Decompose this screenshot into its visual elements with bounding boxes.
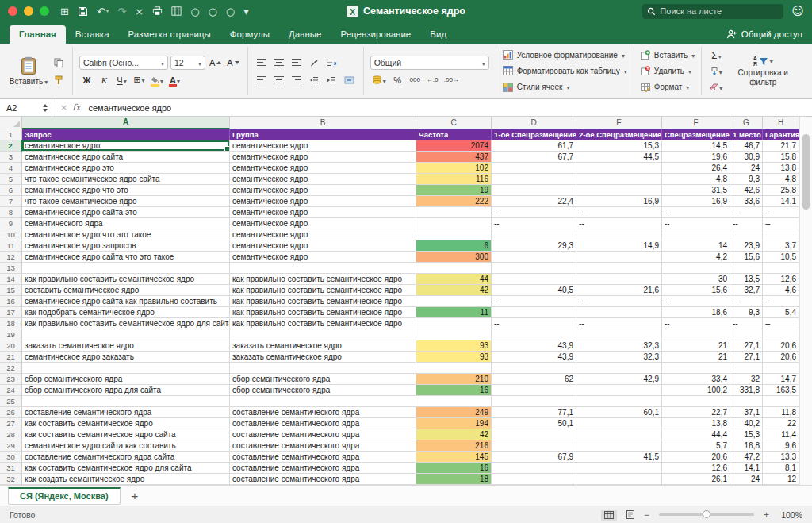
cell-H2[interactable]: 21,7 <box>763 140 799 152</box>
cell-B7[interactable]: семантическое ядро <box>230 196 416 207</box>
column-header-C[interactable]: C <box>416 117 492 129</box>
feedback-smiley-icon[interactable]: ☺ <box>791 6 804 17</box>
row-header-8[interactable]: 8 <box>0 207 22 218</box>
fill-color-button[interactable] <box>149 73 165 87</box>
cell-C10[interactable] <box>416 229 492 240</box>
cell-B22[interactable] <box>230 363 416 374</box>
cell-H16[interactable]: -- <box>763 296 799 307</box>
cell-G28[interactable]: 15,3 <box>730 429 763 440</box>
cell-B23[interactable]: сбор семантического ядра <box>230 374 416 385</box>
cell-F30[interactable]: 20,6 <box>662 452 730 463</box>
column-header-E[interactable]: E <box>576 117 662 129</box>
cell-H11[interactable]: 3,7 <box>763 240 799 252</box>
cell-H9[interactable]: -- <box>763 218 799 229</box>
cell-G30[interactable]: 47,2 <box>730 452 763 463</box>
cell-F2[interactable]: 14,5 <box>662 140 730 152</box>
cell-E7[interactable]: 16,9 <box>576 196 662 207</box>
cell-E25[interactable] <box>576 396 662 407</box>
cell-G15[interactable]: 32,7 <box>730 285 763 296</box>
cell-G10[interactable] <box>730 229 763 240</box>
merge-center-button[interactable] <box>342 73 357 87</box>
cell-F7[interactable]: 16,9 <box>662 196 730 207</box>
cell-C8[interactable] <box>416 207 492 218</box>
row-header-3[interactable]: 3 <box>0 152 22 163</box>
cell-C7[interactable]: 222 <box>416 196 492 207</box>
normal-view-button[interactable] <box>601 510 617 521</box>
cell-E24[interactable] <box>576 385 662 396</box>
circle-tool-icon[interactable]: ○ <box>190 6 199 17</box>
cell-G32[interactable]: 24 <box>730 474 763 485</box>
select-all-corner[interactable] <box>0 117 22 129</box>
cell-C25[interactable] <box>416 396 492 407</box>
sort-filter-button[interactable]: АЯ Сортировка и фильтр <box>729 56 797 87</box>
cell-D8[interactable]: -- <box>492 207 576 218</box>
align-bottom-button[interactable] <box>289 56 304 70</box>
cell-C19[interactable] <box>416 329 492 340</box>
cell-C30[interactable]: 145 <box>416 452 492 463</box>
cell-D6[interactable] <box>492 185 576 196</box>
cell-A5[interactable]: что такое семантическое ядро сайта <box>22 174 230 185</box>
cell-G16[interactable]: -- <box>730 296 763 307</box>
cell-H30[interactable]: 13,3 <box>763 452 799 463</box>
cell-G19[interactable] <box>730 329 763 340</box>
cell-C4[interactable]: 102 <box>416 163 492 174</box>
cell-D20[interactable]: 43,9 <box>492 340 576 352</box>
cell-D21[interactable]: 43,9 <box>492 352 576 363</box>
cell-A19[interactable] <box>22 329 230 340</box>
undo-icon[interactable]: ↶ <box>97 6 109 17</box>
align-center-button[interactable] <box>272 73 287 87</box>
cell-F18[interactable]: -- <box>662 318 730 329</box>
cell-G5[interactable]: 9,3 <box>730 174 763 185</box>
cell-E26[interactable]: 60,1 <box>576 407 662 418</box>
cell-C26[interactable]: 249 <box>416 407 492 418</box>
cell-A11[interactable]: семантическое ядро запросов <box>22 240 230 252</box>
cell-G4[interactable]: 24 <box>730 163 763 174</box>
cell-G18[interactable]: -- <box>730 318 763 329</box>
row-header-29[interactable]: 29 <box>0 440 22 452</box>
cell-B10[interactable]: семантическое ядро <box>230 229 416 240</box>
cell-B31[interactable]: составление семантического ядра <box>230 463 416 474</box>
cell-E29[interactable] <box>576 440 662 452</box>
italic-button[interactable]: К <box>97 73 112 87</box>
cell-B20[interactable]: заказать семантическое ядро <box>230 340 416 352</box>
cell-D23[interactable]: 62 <box>492 374 576 385</box>
cell-A28[interactable]: как составить семантическое ядро сайта <box>22 429 230 440</box>
cell-F8[interactable]: -- <box>662 207 730 218</box>
cell-A10[interactable]: семантическое ядро что это такое <box>22 229 230 240</box>
cell-C9[interactable] <box>416 218 492 229</box>
number-format-select[interactable]: Общий <box>370 56 489 70</box>
cell-F3[interactable]: 19,6 <box>662 152 730 163</box>
cell-A22[interactable] <box>22 363 230 374</box>
cell-B6[interactable]: семантическое ядро <box>230 185 416 196</box>
cell-G2[interactable]: 46,7 <box>730 140 763 152</box>
cell-G3[interactable]: 30,9 <box>730 152 763 163</box>
cell-F12[interactable]: 4,2 <box>662 252 730 263</box>
cell-D15[interactable]: 40,5 <box>492 285 576 296</box>
cell-C16[interactable] <box>416 296 492 307</box>
cell-A3[interactable]: семантическое ядро сайта <box>22 152 230 163</box>
cell-H15[interactable]: 4,6 <box>763 285 799 296</box>
cell-G12[interactable]: 15,6 <box>730 252 763 263</box>
cell-H26[interactable]: 11,8 <box>763 407 799 418</box>
cell-D25[interactable] <box>492 396 576 407</box>
print-icon[interactable] <box>152 6 163 16</box>
cell-G26[interactable]: 37,1 <box>730 407 763 418</box>
cell-A7[interactable]: что такое семантическое ядро <box>22 196 230 207</box>
header-cell-A1[interactable]: Запрос <box>22 129 230 140</box>
row-header-1[interactable]: 1 <box>0 129 22 140</box>
insert-cells-button[interactable]: Вставить <box>641 48 695 61</box>
cell-B21[interactable]: заказать семантическое ядро <box>230 352 416 363</box>
cell-B11[interactable]: семантическое ядро <box>230 240 416 252</box>
circle-tool-icon[interactable]: ○ <box>208 6 216 17</box>
cell-D10[interactable] <box>492 229 576 240</box>
wrap-text-button[interactable] <box>324 56 339 70</box>
format-cells-button[interactable]: Формат <box>641 81 695 94</box>
customize-toolbar-icon[interactable]: ▾ <box>243 6 249 17</box>
cell-G24[interactable]: 331,8 <box>730 385 763 396</box>
cell-H32[interactable]: 12 <box>763 474 799 485</box>
cell-F21[interactable]: 21 <box>662 352 730 363</box>
cell-D14[interactable] <box>492 274 576 285</box>
tab-вид[interactable]: Вид <box>420 25 456 44</box>
cell-G7[interactable]: 33,6 <box>730 196 763 207</box>
cell-H17[interactable]: 5,4 <box>763 307 799 318</box>
